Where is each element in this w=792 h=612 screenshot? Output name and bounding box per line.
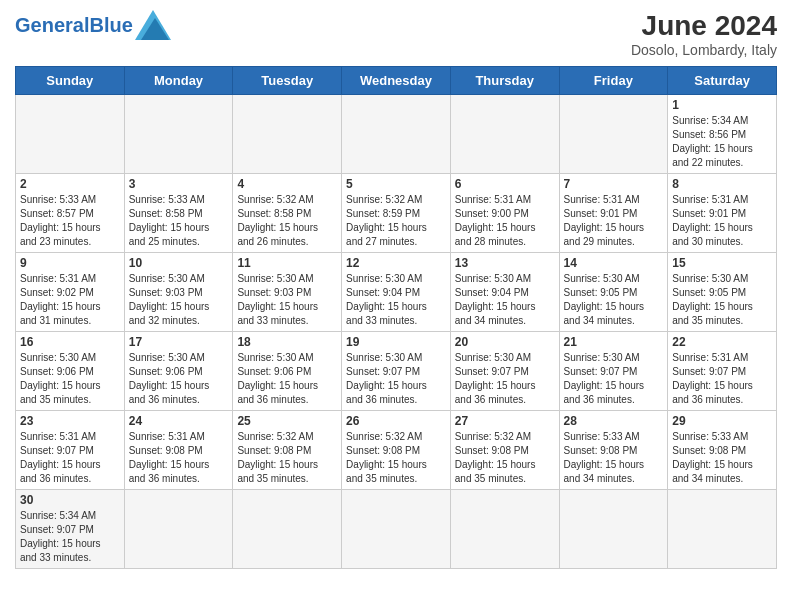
calendar-row-2: 9Sunrise: 5:31 AM Sunset: 9:02 PM Daylig… (16, 253, 777, 332)
day-info: Sunrise: 5:32 AM Sunset: 9:08 PM Dayligh… (455, 430, 555, 486)
calendar-cell (16, 95, 125, 174)
calendar-cell: 23Sunrise: 5:31 AM Sunset: 9:07 PM Dayli… (16, 411, 125, 490)
calendar-cell: 16Sunrise: 5:30 AM Sunset: 9:06 PM Dayli… (16, 332, 125, 411)
day-info: Sunrise: 5:30 AM Sunset: 9:04 PM Dayligh… (346, 272, 446, 328)
day-info: Sunrise: 5:31 AM Sunset: 9:01 PM Dayligh… (672, 193, 772, 249)
calendar-table: Sunday Monday Tuesday Wednesday Thursday… (15, 66, 777, 569)
calendar-cell: 18Sunrise: 5:30 AM Sunset: 9:06 PM Dayli… (233, 332, 342, 411)
calendar-cell (450, 95, 559, 174)
day-number: 13 (455, 256, 555, 270)
calendar-cell: 21Sunrise: 5:30 AM Sunset: 9:07 PM Dayli… (559, 332, 668, 411)
day-info: Sunrise: 5:31 AM Sunset: 9:07 PM Dayligh… (20, 430, 120, 486)
day-info: Sunrise: 5:31 AM Sunset: 9:02 PM Dayligh… (20, 272, 120, 328)
day-number: 11 (237, 256, 337, 270)
day-number: 8 (672, 177, 772, 191)
day-number: 5 (346, 177, 446, 191)
calendar-row-4: 23Sunrise: 5:31 AM Sunset: 9:07 PM Dayli… (16, 411, 777, 490)
day-number: 27 (455, 414, 555, 428)
logo-text: GeneralBlue (15, 14, 133, 36)
day-number: 15 (672, 256, 772, 270)
day-info: Sunrise: 5:31 AM Sunset: 9:00 PM Dayligh… (455, 193, 555, 249)
calendar-cell (233, 95, 342, 174)
weekday-header-row: Sunday Monday Tuesday Wednesday Thursday… (16, 67, 777, 95)
calendar-cell: 4Sunrise: 5:32 AM Sunset: 8:58 PM Daylig… (233, 174, 342, 253)
calendar-cell: 15Sunrise: 5:30 AM Sunset: 9:05 PM Dayli… (668, 253, 777, 332)
day-info: Sunrise: 5:34 AM Sunset: 8:56 PM Dayligh… (672, 114, 772, 170)
calendar-cell: 11Sunrise: 5:30 AM Sunset: 9:03 PM Dayli… (233, 253, 342, 332)
day-info: Sunrise: 5:30 AM Sunset: 9:03 PM Dayligh… (237, 272, 337, 328)
day-number: 24 (129, 414, 229, 428)
calendar-cell (450, 490, 559, 569)
day-number: 2 (20, 177, 120, 191)
calendar-cell: 30Sunrise: 5:34 AM Sunset: 9:07 PM Dayli… (16, 490, 125, 569)
calendar-cell: 2Sunrise: 5:33 AM Sunset: 8:57 PM Daylig… (16, 174, 125, 253)
day-number: 23 (20, 414, 120, 428)
calendar-cell: 26Sunrise: 5:32 AM Sunset: 9:08 PM Dayli… (342, 411, 451, 490)
header: GeneralBlue June 2024 Dosolo, Lombardy, … (15, 10, 777, 58)
day-info: Sunrise: 5:30 AM Sunset: 9:07 PM Dayligh… (455, 351, 555, 407)
day-number: 7 (564, 177, 664, 191)
day-info: Sunrise: 5:33 AM Sunset: 8:57 PM Dayligh… (20, 193, 120, 249)
day-number: 4 (237, 177, 337, 191)
day-number: 9 (20, 256, 120, 270)
day-number: 14 (564, 256, 664, 270)
day-number: 22 (672, 335, 772, 349)
day-info: Sunrise: 5:33 AM Sunset: 9:08 PM Dayligh… (564, 430, 664, 486)
calendar-row-0: 1Sunrise: 5:34 AM Sunset: 8:56 PM Daylig… (16, 95, 777, 174)
calendar-cell: 29Sunrise: 5:33 AM Sunset: 9:08 PM Dayli… (668, 411, 777, 490)
day-info: Sunrise: 5:30 AM Sunset: 9:07 PM Dayligh… (346, 351, 446, 407)
calendar-cell: 14Sunrise: 5:30 AM Sunset: 9:05 PM Dayli… (559, 253, 668, 332)
day-info: Sunrise: 5:32 AM Sunset: 8:58 PM Dayligh… (237, 193, 337, 249)
calendar-cell (342, 95, 451, 174)
header-saturday: Saturday (668, 67, 777, 95)
calendar-row-3: 16Sunrise: 5:30 AM Sunset: 9:06 PM Dayli… (16, 332, 777, 411)
header-sunday: Sunday (16, 67, 125, 95)
day-info: Sunrise: 5:33 AM Sunset: 9:08 PM Dayligh… (672, 430, 772, 486)
day-info: Sunrise: 5:31 AM Sunset: 9:01 PM Dayligh… (564, 193, 664, 249)
day-number: 26 (346, 414, 446, 428)
logo-blue: Blue (89, 14, 132, 36)
day-info: Sunrise: 5:30 AM Sunset: 9:06 PM Dayligh… (129, 351, 229, 407)
calendar-row-5: 30Sunrise: 5:34 AM Sunset: 9:07 PM Dayli… (16, 490, 777, 569)
header-tuesday: Tuesday (233, 67, 342, 95)
logo: GeneralBlue (15, 10, 171, 40)
day-info: Sunrise: 5:32 AM Sunset: 8:59 PM Dayligh… (346, 193, 446, 249)
day-number: 1 (672, 98, 772, 112)
day-number: 19 (346, 335, 446, 349)
calendar-row-1: 2Sunrise: 5:33 AM Sunset: 8:57 PM Daylig… (16, 174, 777, 253)
day-info: Sunrise: 5:30 AM Sunset: 9:05 PM Dayligh… (672, 272, 772, 328)
day-number: 18 (237, 335, 337, 349)
month-title: June 2024 (631, 10, 777, 42)
day-number: 21 (564, 335, 664, 349)
calendar-cell: 28Sunrise: 5:33 AM Sunset: 9:08 PM Dayli… (559, 411, 668, 490)
calendar-cell: 1Sunrise: 5:34 AM Sunset: 8:56 PM Daylig… (668, 95, 777, 174)
day-number: 12 (346, 256, 446, 270)
calendar-cell: 8Sunrise: 5:31 AM Sunset: 9:01 PM Daylig… (668, 174, 777, 253)
calendar-cell (559, 490, 668, 569)
day-number: 10 (129, 256, 229, 270)
day-info: Sunrise: 5:30 AM Sunset: 9:07 PM Dayligh… (564, 351, 664, 407)
day-number: 29 (672, 414, 772, 428)
calendar-cell (559, 95, 668, 174)
day-number: 20 (455, 335, 555, 349)
logo-general: General (15, 14, 89, 36)
title-area: June 2024 Dosolo, Lombardy, Italy (631, 10, 777, 58)
day-number: 16 (20, 335, 120, 349)
calendar-cell: 7Sunrise: 5:31 AM Sunset: 9:01 PM Daylig… (559, 174, 668, 253)
calendar-cell: 10Sunrise: 5:30 AM Sunset: 9:03 PM Dayli… (124, 253, 233, 332)
day-info: Sunrise: 5:30 AM Sunset: 9:03 PM Dayligh… (129, 272, 229, 328)
header-wednesday: Wednesday (342, 67, 451, 95)
calendar-cell: 19Sunrise: 5:30 AM Sunset: 9:07 PM Dayli… (342, 332, 451, 411)
calendar-cell (342, 490, 451, 569)
day-info: Sunrise: 5:34 AM Sunset: 9:07 PM Dayligh… (20, 509, 120, 565)
day-info: Sunrise: 5:32 AM Sunset: 9:08 PM Dayligh… (237, 430, 337, 486)
day-info: Sunrise: 5:32 AM Sunset: 9:08 PM Dayligh… (346, 430, 446, 486)
day-info: Sunrise: 5:33 AM Sunset: 8:58 PM Dayligh… (129, 193, 229, 249)
day-number: 3 (129, 177, 229, 191)
day-number: 17 (129, 335, 229, 349)
calendar-cell: 20Sunrise: 5:30 AM Sunset: 9:07 PM Dayli… (450, 332, 559, 411)
calendar-cell: 12Sunrise: 5:30 AM Sunset: 9:04 PM Dayli… (342, 253, 451, 332)
calendar-cell: 13Sunrise: 5:30 AM Sunset: 9:04 PM Dayli… (450, 253, 559, 332)
header-monday: Monday (124, 67, 233, 95)
header-thursday: Thursday (450, 67, 559, 95)
